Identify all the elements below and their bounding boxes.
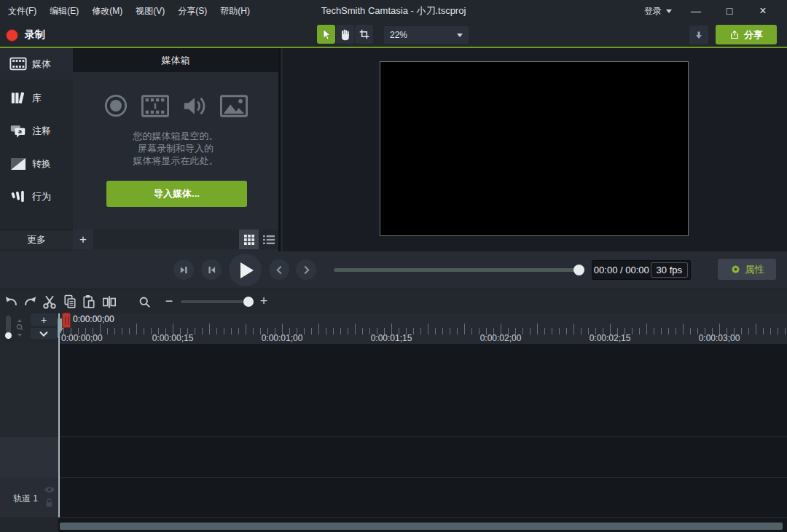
sidebar-more-button[interactable]: 更多: [0, 230, 73, 249]
sidebar-item-annotations[interactable]: a 注释: [0, 114, 73, 147]
cursor-tool-button[interactable]: [317, 25, 335, 44]
copy-button[interactable]: [61, 293, 79, 310]
share-button[interactable]: 分享: [716, 25, 777, 44]
playhead-time-label: 0:00:00;00: [73, 314, 114, 324]
track-1-header[interactable]: 轨道 1: [0, 477, 58, 517]
track-divider: [60, 437, 787, 437]
track-divider: [60, 477, 787, 478]
ruler-label: 0:00:00;15: [152, 333, 194, 343]
track-1-label: 轨道 1: [13, 493, 38, 505]
media-bin-bottom-bar: +: [73, 230, 278, 249]
previous-frame-button[interactable]: [173, 259, 194, 280]
timeline-zoom-thumb[interactable]: [243, 297, 254, 307]
menu-share[interactable]: 分享(S): [171, 5, 214, 17]
canvas-zoom-dropdown[interactable]: 22%: [384, 26, 469, 44]
step-forward-icon: [207, 265, 216, 275]
time-display: 00:00 / 00:00 30 fps: [592, 260, 691, 280]
preview-canvas[interactable]: [380, 61, 689, 236]
timeline-zoom-slider[interactable]: [181, 300, 251, 303]
menu-modify[interactable]: 修改(M): [85, 5, 129, 17]
jump-next-button[interactable]: [296, 259, 316, 280]
track-visibility-icon[interactable]: [44, 486, 55, 493]
timeline-tracks-area[interactable]: [60, 344, 787, 532]
menubar: 文件(F) 编辑(E) 修改(M) 视图(V) 分享(S) 帮助(H): [1, 0, 257, 22]
redo-button[interactable]: [22, 293, 39, 310]
sidebar-item-label: 注释: [32, 125, 51, 138]
empty-line: 媒体将显示在此处。: [73, 154, 278, 167]
timeline-zoom-out-button[interactable]: −: [162, 292, 176, 310]
next-frame-button[interactable]: [201, 259, 222, 280]
track-lock-icon[interactable]: [45, 498, 53, 508]
grid-view-button[interactable]: [239, 230, 259, 249]
record-button[interactable]: 录制: [6, 26, 45, 44]
menu-file[interactable]: 文件(F): [1, 5, 43, 17]
sidebar-item-media[interactable]: 媒体: [0, 48, 73, 79]
frame-rate-badge[interactable]: 30 fps: [651, 262, 688, 278]
record-label: 录制: [25, 28, 45, 42]
chevron-left-icon: [276, 265, 283, 275]
empty-line: 屏幕录制和导入的: [73, 142, 278, 154]
paste-button[interactable]: [80, 293, 98, 310]
grid-view-icon: [244, 235, 254, 245]
timeline: + 轨道 1 0:00:00;00: [0, 313, 787, 532]
export-local-button[interactable]: [689, 26, 708, 44]
ruler-label: 0:00:01;15: [371, 333, 412, 343]
track-height-thumb[interactable]: [5, 332, 12, 339]
menu-view[interactable]: 视图(V): [129, 5, 171, 17]
sidebar-item-library[interactable]: 库: [0, 82, 73, 114]
share-icon: [729, 29, 740, 40]
maximize-button[interactable]: □: [717, 0, 742, 22]
playback-bar: 00:00 / 00:00 30 fps 属性: [0, 251, 787, 289]
timeline-zoom-in-button[interactable]: +: [257, 292, 271, 310]
record-icon: [6, 29, 18, 42]
menu-edit[interactable]: 编辑(E): [43, 5, 85, 17]
split-button[interactable]: [101, 293, 118, 310]
add-track-button[interactable]: +: [31, 313, 57, 326]
collapse-tracks-button[interactable]: [31, 328, 57, 339]
add-media-button[interactable]: +: [73, 230, 93, 249]
undo-button[interactable]: [2, 293, 20, 310]
sidebar-item-transitions[interactable]: 转换: [0, 147, 73, 180]
tools-sidebar: 媒体 库 a 注释: [0, 48, 73, 251]
sidebar-item-label: 库: [32, 92, 42, 105]
more-label: 更多: [27, 233, 46, 246]
video-clip-icon: [141, 95, 169, 117]
canvas-area: [283, 48, 787, 251]
gear-icon: [730, 264, 741, 275]
pan-tool-button[interactable]: [336, 25, 354, 44]
undo-icon: [4, 295, 18, 308]
scrubber-thumb[interactable]: [573, 265, 584, 275]
track-height-slider[interactable]: [6, 316, 11, 337]
magnifier-icon: [138, 296, 151, 308]
menu-help[interactable]: 帮助(H): [214, 5, 257, 17]
timeline-zoom-button[interactable]: [136, 293, 153, 310]
svg-text:a: a: [18, 128, 22, 135]
timeline-horizontal-scrollbar[interactable]: [60, 523, 783, 530]
empty-line: 您的媒体箱是空的。: [73, 130, 278, 142]
cut-button[interactable]: [41, 293, 58, 310]
sidebar-item-label: 行为: [32, 190, 51, 203]
books-icon: [9, 91, 28, 105]
main-toolbar: 录制 22%: [0, 22, 787, 48]
list-view-button[interactable]: [259, 230, 278, 249]
playback-scrubber[interactable]: [334, 268, 583, 272]
ruler-label: 0:00:02;15: [590, 333, 631, 343]
sidebar-item-behaviors[interactable]: 行为: [0, 180, 73, 213]
canvas-zoom-value: 22%: [390, 30, 407, 40]
track-2-header[interactable]: [0, 437, 58, 477]
timeline-toolbar: − +: [0, 289, 787, 313]
play-button[interactable]: [229, 254, 262, 286]
properties-button[interactable]: 属性: [718, 259, 776, 280]
crop-tool-button[interactable]: [355, 25, 373, 44]
import-media-button[interactable]: 导入媒体...: [106, 181, 247, 207]
share-label: 分享: [744, 28, 763, 42]
close-button[interactable]: ×: [751, 0, 775, 22]
media-bin-title: 媒体箱: [73, 48, 278, 72]
timeline-gutter-bottom: [0, 517, 58, 532]
timeline-ruler[interactable]: 0:00:00;00 0:00:00;15 0:00:01;00 0:00:01…: [60, 313, 787, 344]
jump-previous-button[interactable]: [269, 259, 289, 280]
sign-in-menu[interactable]: 登录: [644, 0, 672, 22]
minimize-button[interactable]: —: [684, 0, 708, 22]
titlebar: 文件(F) 编辑(E) 修改(M) 视图(V) 分享(S) 帮助(H) Tech…: [0, 0, 787, 22]
playhead-handle[interactable]: [62, 313, 71, 328]
